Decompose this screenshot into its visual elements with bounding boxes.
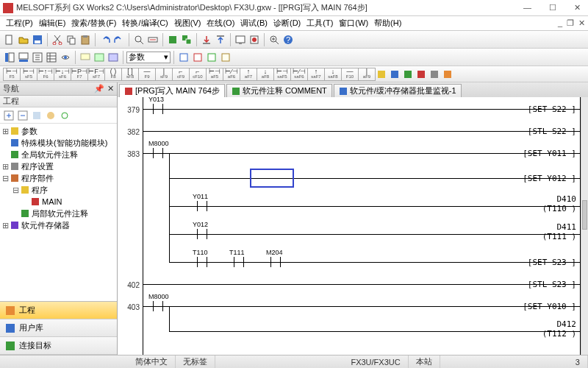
mode-read[interactable] — [177, 51, 190, 64]
contact[interactable] — [191, 229, 213, 239]
find-button[interactable] — [132, 33, 146, 46]
instr-key-aF9[interactable]: |aF9 — [358, 68, 376, 81]
compile-all-button[interactable] — [180, 33, 193, 46]
save-button[interactable] — [31, 33, 44, 46]
instr-key-cF9[interactable]: ⌐cF9 — [172, 68, 190, 81]
instr-key-saF8[interactable]: ↓saF8 — [324, 68, 342, 81]
instr-key-sF8[interactable]: [ ]sF8 — [121, 68, 139, 81]
menu-0[interactable]: 工程(P) — [3, 17, 36, 29]
read-plc-button[interactable] — [214, 33, 227, 46]
comment-toggle[interactable] — [79, 51, 92, 64]
tree-expander[interactable]: ⊞ — [1, 221, 10, 230]
monitor-button[interactable] — [234, 33, 247, 46]
menu-3[interactable]: 转换/编译(C) — [119, 17, 171, 29]
nav-view1-icon[interactable] — [31, 110, 43, 121]
editor-tab-2[interactable]: 软元件/缓冲存储器批量监视-1 — [334, 84, 462, 97]
tree-node-2[interactable]: 全局软元件注释 — [1, 149, 115, 160]
note-toggle[interactable] — [107, 51, 120, 64]
instr-key-sF6[interactable]: ⊢↓⊣sF6 — [54, 68, 71, 81]
instr-key-F7[interactable]: ⊢P⊣F7 — [71, 68, 88, 81]
undo-button[interactable] — [98, 33, 112, 46]
nav-tab-proj[interactable]: 工程 — [0, 302, 117, 319]
output-toggle[interactable] — [17, 51, 30, 64]
nav-close-icon[interactable]: ✕ — [107, 84, 114, 93]
minimize-button[interactable]: — — [519, 3, 536, 13]
instr-key-aF8[interactable]: ↓aF8 — [257, 68, 274, 81]
instr-key-F10[interactable]: —F10 — [341, 68, 359, 81]
goto-button[interactable] — [146, 33, 159, 46]
coil-label[interactable]: D411(T111 ) — [542, 222, 576, 241]
coil-label[interactable]: [SET S23 ] — [528, 258, 576, 267]
tree-expander[interactable]: ⊞ — [1, 127, 10, 136]
coil-label[interactable]: [STL S22 ] — [528, 127, 576, 136]
compile-button[interactable] — [166, 33, 179, 46]
tree-node-8[interactable]: ⊞软元件存储器 — [1, 219, 115, 231]
instr-key-saF7[interactable]: ↑saF7 — [307, 68, 325, 81]
tree-node-0[interactable]: ⊞参数 — [1, 125, 115, 137]
instr-extra-1[interactable] — [388, 68, 401, 81]
nav-expand-icon[interactable] — [3, 110, 15, 121]
tree-expander[interactable]: ⊞ — [1, 162, 10, 171]
instr-extra-2[interactable] — [401, 68, 415, 81]
write-plc-button[interactable] — [200, 33, 213, 46]
contact[interactable] — [191, 201, 213, 211]
instr-key-F6[interactable]: ⊢↑⊣F6 — [37, 68, 54, 81]
instr-key-saF5[interactable]: ⊢⊣saF5 — [273, 68, 291, 81]
statement-toggle[interactable] — [93, 51, 106, 64]
instr-key-sF5[interactable]: ⊢⊣sF5 — [20, 68, 37, 81]
instr-key-aF5[interactable]: ⊢⊣aF5 — [206, 68, 223, 81]
cut-button[interactable] — [51, 33, 64, 46]
instr-key-F8[interactable]: ( )F8 — [104, 68, 122, 81]
menu-1[interactable]: 编辑(E) — [36, 17, 69, 29]
vertical-scrollbar[interactable] — [581, 97, 588, 355]
menu-2[interactable]: 搜索/替换(F) — [68, 17, 119, 29]
contact[interactable] — [147, 301, 169, 311]
menu-10[interactable]: 帮助(H) — [371, 17, 404, 29]
nav-tab-lib[interactable]: 用户库 — [0, 319, 117, 337]
maximize-button[interactable]: ☐ — [545, 3, 561, 13]
coil-label[interactable]: [SET S22 ] — [528, 105, 576, 114]
tree-node-5[interactable]: ⊟程序 — [1, 184, 115, 196]
tree-node-1[interactable]: 特殊模块(智能功能模块) — [1, 137, 115, 149]
nav-refresh-icon[interactable] — [59, 110, 71, 121]
param-dropdown[interactable]: 参数▾ — [126, 52, 171, 63]
contact[interactable] — [147, 148, 169, 158]
coil-label[interactable]: [SET Y010 ] — [523, 302, 576, 311]
redo-button[interactable] — [112, 33, 126, 46]
simulation-button[interactable] — [248, 33, 261, 46]
new-button[interactable] — [3, 33, 16, 46]
contact[interactable] — [228, 257, 250, 267]
instr-key-saF6[interactable]: ⊢∕⊣saF6 — [290, 68, 308, 81]
help-button[interactable]: ? — [282, 33, 295, 46]
devicelist-toggle[interactable] — [45, 51, 58, 64]
tree-expander[interactable]: ⊟ — [12, 185, 20, 195]
ladder-cursor[interactable] — [250, 169, 294, 188]
mdi-minimize[interactable]: _ — [558, 18, 562, 28]
instr-key-cF10[interactable]: ⌐cF10 — [189, 68, 207, 81]
crossref-toggle[interactable] — [31, 51, 44, 64]
coil-label[interactable]: D412(T112 ) — [542, 319, 576, 339]
nav-view2-icon[interactable] — [45, 110, 57, 121]
instr-extra-5[interactable] — [441, 68, 454, 81]
paste-button[interactable] — [79, 33, 92, 46]
tree-node-3[interactable]: ⊞程序设置 — [1, 160, 115, 172]
editor-tab-0[interactable]: [PRG]写入 MAIN 764步 — [119, 84, 225, 97]
ladder-editor[interactable]: 379Y013[SET S22 ]382[STL S22 ]383M8000[S… — [118, 97, 588, 355]
instr-extra-0[interactable] — [375, 68, 388, 81]
tree-node-6[interactable]: MAIN — [1, 196, 115, 208]
instr-key-F5[interactable]: ⊢⊣F5 — [3, 68, 21, 81]
instr-extra-3[interactable] — [415, 68, 428, 81]
zoom-button[interactable] — [268, 33, 281, 46]
watch-toggle[interactable] — [59, 51, 72, 64]
contact[interactable] — [191, 257, 213, 267]
menu-9[interactable]: 窗口(W) — [336, 17, 371, 29]
mode-write[interactable] — [191, 51, 204, 64]
nav-toggle[interactable] — [3, 51, 16, 64]
coil-label[interactable]: [STL S23 ] — [528, 280, 576, 289]
mode-monitor[interactable] — [205, 51, 218, 64]
coil-label[interactable]: [SET Y011 ] — [523, 149, 576, 158]
copy-button[interactable] — [65, 33, 78, 46]
tree-node-4[interactable]: ⊟程序部件 — [1, 172, 115, 184]
instr-extra-4[interactable] — [428, 68, 441, 81]
contact[interactable] — [147, 104, 169, 114]
